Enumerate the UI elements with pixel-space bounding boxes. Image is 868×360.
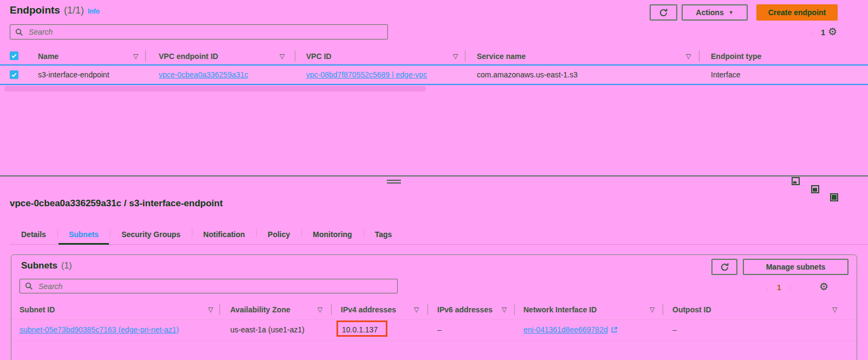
filter-icon[interactable]: ▽ <box>453 53 458 60</box>
tab-details[interactable]: Details <box>10 224 57 244</box>
refresh-button[interactable] <box>650 4 677 21</box>
cell-endpoint-type: Interface <box>711 70 740 79</box>
filter-icon[interactable]: ▽ <box>208 306 213 313</box>
panel-layout-small-icon[interactable] <box>792 177 800 185</box>
col-header-outpost-id[interactable]: Outpost ID <box>672 305 711 314</box>
subnets-search[interactable] <box>20 279 398 293</box>
external-link-icon <box>611 326 618 333</box>
cell-outpost-id: – <box>672 325 677 334</box>
chevron-down-icon: ▼ <box>729 10 734 15</box>
col-header-ipv4-addresses[interactable]: IPv4 addresses <box>341 305 396 314</box>
subnets-card: Subnets (1) Manage subnets ‹ 1 › ⚙ Subne… <box>11 254 857 360</box>
col-header-endpoint-type[interactable]: Endpoint type <box>711 52 761 61</box>
manage-subnets-label: Manage subnets <box>766 263 826 271</box>
cell-name: s3-interface-endpoint <box>38 70 109 79</box>
col-header-ipv6-addresses[interactable]: IPv6 addresses <box>437 305 493 314</box>
col-header-service-name[interactable]: Service name <box>477 52 526 61</box>
column-divider <box>331 304 332 315</box>
info-link[interactable]: Info <box>88 8 100 15</box>
detail-tabs: Details Subnets Security Groups Notifica… <box>10 224 868 245</box>
page-title-count: (1/1) <box>64 5 84 16</box>
select-all-checkbox[interactable] <box>10 51 18 60</box>
actions-button-label: Actions <box>696 8 723 17</box>
column-divider <box>514 304 515 315</box>
subnet-id-link[interactable]: subnet-05e73bd90385c7163 (edge-pri-net-a… <box>20 325 179 334</box>
subnets-card-title: Subnets (1) <box>21 260 72 271</box>
column-divider <box>465 50 465 62</box>
panel-layout-large-icon[interactable] <box>830 193 838 201</box>
filter-icon[interactable]: ▽ <box>502 306 507 313</box>
subnet-table-row[interactable]: subnet-05e73bd90385c7163 (edge-pri-net-a… <box>11 320 857 341</box>
panel-layout-medium-icon[interactable] <box>811 185 819 193</box>
subnets-title-count: (1) <box>61 261 72 271</box>
filter-icon[interactable]: ▽ <box>414 306 419 313</box>
chevron-left-icon[interactable]: ‹ <box>766 282 769 293</box>
detail-panel-title: vpce-0cbea0a336259a31c / s3-interface-en… <box>10 198 223 209</box>
create-endpoint-label: Create endpoint <box>768 8 826 17</box>
split-panel-border <box>0 175 868 176</box>
cell-availability-zone: us-east-1a (use1-az1) <box>230 325 305 334</box>
vpc-endpoints-page: Endpoints (1/1) Info Actions ▼ Create en… <box>0 0 868 360</box>
cell-ipv6-addresses: – <box>437 325 442 334</box>
create-endpoint-button[interactable]: Create endpoint <box>756 4 838 21</box>
tab-monitoring[interactable]: Monitoring <box>301 224 363 244</box>
tab-subnets[interactable]: Subnets <box>57 224 110 244</box>
filter-icon[interactable]: ▽ <box>650 306 655 313</box>
column-divider <box>699 50 699 62</box>
endpoints-page-number[interactable]: 1 <box>821 28 825 37</box>
endpoint-table-row[interactable]: s3-interface-endpoint vpce-0cbea0a336259… <box>0 64 868 85</box>
col-header-subnet-id[interactable]: Subnet ID <box>20 305 55 314</box>
page-title: Endpoints (1/1) Info <box>10 4 100 16</box>
subnets-page-number[interactable]: 1 <box>777 283 781 292</box>
cell-service-name: com.amazonaws.us-east-1.s3 <box>477 70 578 79</box>
endpoints-search-input[interactable] <box>28 27 383 37</box>
col-header-name[interactable]: Name <box>38 52 59 61</box>
cell-ipv4-addresses: 10.0.1.137 <box>342 325 378 334</box>
subnets-pagination: ‹ 1 › <box>766 282 793 293</box>
page-title-text: Endpoints <box>10 4 60 16</box>
tab-policy[interactable]: Policy <box>256 224 301 244</box>
search-icon <box>15 28 23 36</box>
tab-tags[interactable]: Tags <box>364 224 404 244</box>
chevron-left-icon[interactable]: ‹ <box>809 27 813 38</box>
column-divider <box>295 50 295 62</box>
col-header-availability-zone[interactable]: Availability Zone <box>230 305 290 314</box>
subnets-search-input[interactable] <box>37 282 392 291</box>
network-interface-id-link[interactable]: eni-041361d8ee669782d <box>523 325 608 334</box>
checkmark-icon <box>11 53 17 59</box>
column-divider <box>663 304 663 315</box>
col-header-network-interface-id[interactable]: Network Interface ID <box>523 305 597 314</box>
filter-icon[interactable]: ▽ <box>686 53 691 60</box>
filter-icon[interactable]: ▽ <box>832 306 837 313</box>
manage-subnets-button[interactable]: Manage subnets <box>743 259 848 275</box>
filter-icon[interactable]: ▽ <box>133 53 138 60</box>
filter-icon[interactable]: ▽ <box>280 53 284 60</box>
tab-security-groups[interactable]: Security Groups <box>110 224 192 244</box>
col-header-vpc-id[interactable]: VPC ID <box>306 52 332 61</box>
chevron-right-icon[interactable]: › <box>789 282 793 293</box>
vpc-id-link[interactable]: vpc-08bd7f870552c5689 | edge-vpc <box>306 70 427 79</box>
column-divider <box>219 304 220 315</box>
subnets-settings-gear-icon[interactable]: ⚙ <box>819 282 828 292</box>
tab-notification[interactable]: Notification <box>192 224 256 244</box>
table-row-divider <box>11 341 857 341</box>
refresh-icon <box>720 263 729 272</box>
endpoints-search[interactable] <box>10 24 388 40</box>
vpc-endpoint-id-link[interactable]: vpce-0cbea0a336259a31c <box>159 70 248 79</box>
subnets-title-text: Subnets <box>21 260 57 271</box>
col-header-vpc-endpoint-id[interactable]: VPC endpoint ID <box>159 52 218 61</box>
horizontal-scrollbar[interactable] <box>4 86 426 91</box>
column-divider <box>427 304 428 315</box>
refresh-icon <box>659 8 668 17</box>
filter-icon[interactable]: ▽ <box>318 306 322 313</box>
endpoints-settings-gear-icon[interactable]: ⚙ <box>828 27 837 37</box>
actions-button[interactable]: Actions ▼ <box>682 4 748 21</box>
search-icon <box>25 282 33 290</box>
row-checkbox[interactable] <box>10 70 18 79</box>
column-divider <box>145 50 146 62</box>
split-panel-drag-handle[interactable] <box>387 180 401 184</box>
subnets-refresh-button[interactable] <box>711 259 737 275</box>
